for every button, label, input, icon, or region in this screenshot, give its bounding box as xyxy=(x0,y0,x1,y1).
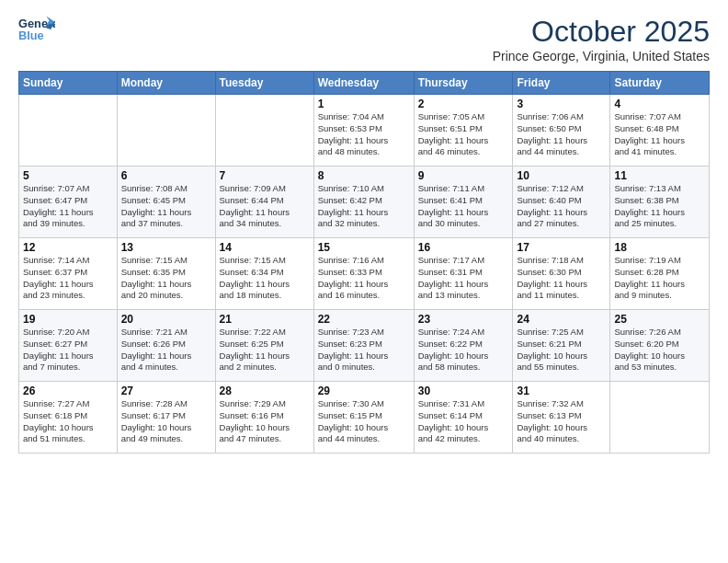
day-number: 14 xyxy=(220,241,310,254)
day-info: Sunrise: 7:32 AM Sunset: 6:13 PM Dayligh… xyxy=(517,398,606,445)
day-number: 11 xyxy=(614,169,705,182)
weekday-tuesday: Tuesday xyxy=(215,72,313,95)
day-info: Sunrise: 7:17 AM Sunset: 6:31 PM Dayligh… xyxy=(418,255,509,302)
calendar-cell: 6Sunrise: 7:08 AM Sunset: 6:45 PM Daylig… xyxy=(117,167,215,238)
day-number: 27 xyxy=(121,385,211,397)
day-number: 7 xyxy=(220,169,310,182)
calendar-cell: 11Sunrise: 7:13 AM Sunset: 6:38 PM Dayli… xyxy=(610,167,710,238)
title-section: October 2025 Prince George, Virginia, Un… xyxy=(493,15,710,63)
day-info: Sunrise: 7:24 AM Sunset: 6:22 PM Dayligh… xyxy=(418,327,509,373)
day-info: Sunrise: 7:09 AM Sunset: 6:44 PM Dayligh… xyxy=(220,183,310,230)
day-info: Sunrise: 7:22 AM Sunset: 6:25 PM Dayligh… xyxy=(220,327,310,373)
calendar-cell: 23Sunrise: 7:24 AM Sunset: 6:22 PM Dayli… xyxy=(414,310,513,382)
day-number: 29 xyxy=(318,385,410,397)
day-number: 26 xyxy=(23,385,113,397)
day-info: Sunrise: 7:19 AM Sunset: 6:28 PM Dayligh… xyxy=(614,255,705,302)
calendar-cell: 12Sunrise: 7:14 AM Sunset: 6:37 PM Dayli… xyxy=(19,238,118,310)
week-row-3: 19Sunrise: 7:20 AM Sunset: 6:27 PM Dayli… xyxy=(19,310,710,382)
day-info: Sunrise: 7:05 AM Sunset: 6:51 PM Dayligh… xyxy=(418,111,509,158)
page-header: General Blue October 2025 Prince George,… xyxy=(18,15,710,63)
day-number: 3 xyxy=(517,98,606,110)
day-info: Sunrise: 7:06 AM Sunset: 6:50 PM Dayligh… xyxy=(517,111,606,158)
day-number: 18 xyxy=(614,241,705,254)
day-info: Sunrise: 7:15 AM Sunset: 6:34 PM Dayligh… xyxy=(220,255,310,302)
calendar-cell xyxy=(19,95,118,167)
day-number: 23 xyxy=(418,313,509,326)
day-info: Sunrise: 7:13 AM Sunset: 6:38 PM Dayligh… xyxy=(614,183,705,230)
day-number: 25 xyxy=(614,313,705,326)
day-info: Sunrise: 7:14 AM Sunset: 6:37 PM Dayligh… xyxy=(23,255,113,302)
day-info: Sunrise: 7:30 AM Sunset: 6:15 PM Dayligh… xyxy=(318,398,410,445)
weekday-monday: Monday xyxy=(117,72,215,95)
day-number: 12 xyxy=(23,241,113,254)
day-info: Sunrise: 7:20 AM Sunset: 6:27 PM Dayligh… xyxy=(23,327,113,373)
month-title: October 2025 xyxy=(493,15,710,49)
day-info: Sunrise: 7:31 AM Sunset: 6:14 PM Dayligh… xyxy=(418,398,509,445)
day-number: 8 xyxy=(318,169,410,182)
day-info: Sunrise: 7:16 AM Sunset: 6:33 PM Dayligh… xyxy=(318,255,410,302)
calendar-cell: 9Sunrise: 7:11 AM Sunset: 6:41 PM Daylig… xyxy=(414,167,513,238)
day-info: Sunrise: 7:23 AM Sunset: 6:23 PM Dayligh… xyxy=(318,327,410,373)
calendar-cell: 19Sunrise: 7:20 AM Sunset: 6:27 PM Dayli… xyxy=(19,310,118,382)
day-number: 24 xyxy=(517,313,606,326)
day-number: 22 xyxy=(318,313,410,326)
calendar-cell: 16Sunrise: 7:17 AM Sunset: 6:31 PM Dayli… xyxy=(414,238,513,310)
weekday-wednesday: Wednesday xyxy=(313,72,414,95)
day-info: Sunrise: 7:12 AM Sunset: 6:40 PM Dayligh… xyxy=(517,183,606,230)
day-number: 17 xyxy=(517,241,606,254)
calendar-cell: 30Sunrise: 7:31 AM Sunset: 6:14 PM Dayli… xyxy=(414,382,513,454)
weekday-thursday: Thursday xyxy=(414,72,513,95)
day-info: Sunrise: 7:26 AM Sunset: 6:20 PM Dayligh… xyxy=(614,327,705,373)
day-info: Sunrise: 7:18 AM Sunset: 6:30 PM Dayligh… xyxy=(517,255,606,302)
calendar-cell: 24Sunrise: 7:25 AM Sunset: 6:21 PM Dayli… xyxy=(513,310,610,382)
logo-icon: General Blue xyxy=(18,15,55,48)
day-number: 30 xyxy=(418,385,509,397)
calendar-cell: 27Sunrise: 7:28 AM Sunset: 6:17 PM Dayli… xyxy=(117,382,215,454)
day-info: Sunrise: 7:08 AM Sunset: 6:45 PM Dayligh… xyxy=(121,183,211,230)
calendar-cell: 21Sunrise: 7:22 AM Sunset: 6:25 PM Dayli… xyxy=(215,310,313,382)
weekday-sunday: Sunday xyxy=(19,72,118,95)
logo: General Blue xyxy=(18,15,55,48)
calendar-cell: 4Sunrise: 7:07 AM Sunset: 6:48 PM Daylig… xyxy=(610,95,710,167)
day-info: Sunrise: 7:29 AM Sunset: 6:16 PM Dayligh… xyxy=(220,398,310,445)
day-info: Sunrise: 7:25 AM Sunset: 6:21 PM Dayligh… xyxy=(517,327,606,373)
day-number: 5 xyxy=(23,169,113,182)
day-info: Sunrise: 7:28 AM Sunset: 6:17 PM Dayligh… xyxy=(121,398,211,445)
week-row-1: 5Sunrise: 7:07 AM Sunset: 6:47 PM Daylig… xyxy=(19,167,710,238)
day-info: Sunrise: 7:10 AM Sunset: 6:42 PM Dayligh… xyxy=(318,183,410,230)
svg-text:Blue: Blue xyxy=(18,29,44,42)
calendar-cell: 3Sunrise: 7:06 AM Sunset: 6:50 PM Daylig… xyxy=(513,95,610,167)
day-info: Sunrise: 7:11 AM Sunset: 6:41 PM Dayligh… xyxy=(418,183,509,230)
day-number: 31 xyxy=(517,385,606,397)
calendar-cell: 29Sunrise: 7:30 AM Sunset: 6:15 PM Dayli… xyxy=(313,382,414,454)
calendar-cell xyxy=(117,95,215,167)
day-info: Sunrise: 7:15 AM Sunset: 6:35 PM Dayligh… xyxy=(121,255,211,302)
week-row-0: 1Sunrise: 7:04 AM Sunset: 6:53 PM Daylig… xyxy=(19,95,710,167)
day-info: Sunrise: 7:07 AM Sunset: 6:48 PM Dayligh… xyxy=(614,111,705,158)
day-number: 1 xyxy=(318,98,410,110)
calendar-cell: 10Sunrise: 7:12 AM Sunset: 6:40 PM Dayli… xyxy=(513,167,610,238)
calendar: SundayMondayTuesdayWednesdayThursdayFrid… xyxy=(18,71,710,454)
calendar-cell: 15Sunrise: 7:16 AM Sunset: 6:33 PM Dayli… xyxy=(313,238,414,310)
day-number: 2 xyxy=(418,98,509,110)
day-number: 4 xyxy=(614,98,705,110)
calendar-cell: 20Sunrise: 7:21 AM Sunset: 6:26 PM Dayli… xyxy=(117,310,215,382)
day-number: 15 xyxy=(318,241,410,254)
calendar-cell: 17Sunrise: 7:18 AM Sunset: 6:30 PM Dayli… xyxy=(513,238,610,310)
day-number: 21 xyxy=(220,313,310,326)
day-info: Sunrise: 7:21 AM Sunset: 6:26 PM Dayligh… xyxy=(121,327,211,373)
day-info: Sunrise: 7:27 AM Sunset: 6:18 PM Dayligh… xyxy=(23,398,113,445)
calendar-cell: 26Sunrise: 7:27 AM Sunset: 6:18 PM Dayli… xyxy=(19,382,118,454)
calendar-cell: 22Sunrise: 7:23 AM Sunset: 6:23 PM Dayli… xyxy=(313,310,414,382)
day-info: Sunrise: 7:07 AM Sunset: 6:47 PM Dayligh… xyxy=(23,183,113,230)
day-info: Sunrise: 7:04 AM Sunset: 6:53 PM Dayligh… xyxy=(318,111,410,158)
calendar-cell: 13Sunrise: 7:15 AM Sunset: 6:35 PM Dayli… xyxy=(117,238,215,310)
calendar-cell: 8Sunrise: 7:10 AM Sunset: 6:42 PM Daylig… xyxy=(313,167,414,238)
day-number: 13 xyxy=(121,241,211,254)
calendar-cell: 14Sunrise: 7:15 AM Sunset: 6:34 PM Dayli… xyxy=(215,238,313,310)
day-number: 9 xyxy=(418,169,509,182)
day-number: 20 xyxy=(121,313,211,326)
weekday-friday: Friday xyxy=(513,72,610,95)
calendar-cell: 7Sunrise: 7:09 AM Sunset: 6:44 PM Daylig… xyxy=(215,167,313,238)
day-number: 10 xyxy=(517,169,606,182)
